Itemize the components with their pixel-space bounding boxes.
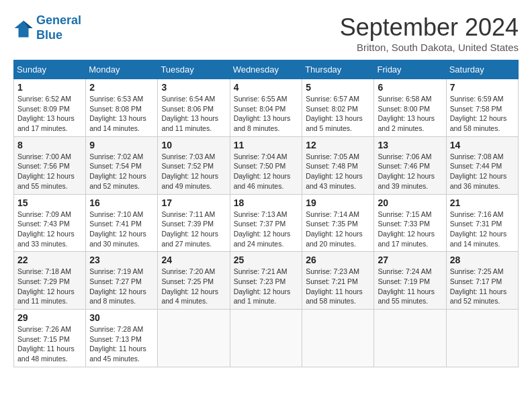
weekday-header-wednesday: Wednesday [230, 60, 302, 79]
day-info: Sunrise: 7:16 AMSunset: 7:31 PMDaylight:… [450, 210, 515, 249]
calendar-cell: 17Sunrise: 7:11 AMSunset: 7:39 PMDayligh… [158, 194, 230, 252]
day-number: 9 [89, 140, 154, 150]
day-info: Sunrise: 7:09 AMSunset: 7:43 PMDaylight:… [17, 210, 82, 249]
day-info: Sunrise: 7:25 AMSunset: 7:17 PMDaylight:… [450, 267, 515, 306]
week-row-3: 15Sunrise: 7:09 AMSunset: 7:43 PMDayligh… [14, 194, 519, 252]
day-number: 5 [306, 82, 370, 93]
calendar-cell: 5Sunrise: 6:57 AMSunset: 8:02 PMDaylight… [302, 79, 374, 137]
title-block: September 2024 Britton, South Dakota, Un… [340, 13, 519, 53]
calendar-cell: 18Sunrise: 7:13 AMSunset: 7:37 PMDayligh… [230, 194, 302, 252]
day-number: 1 [17, 82, 82, 93]
logo: General Blue [13, 13, 81, 42]
weekday-header-friday: Friday [374, 60, 446, 79]
calendar-cell: 28Sunrise: 7:25 AMSunset: 7:17 PMDayligh… [446, 252, 518, 310]
calendar-cell: 25Sunrise: 7:21 AMSunset: 7:23 PMDayligh… [230, 252, 302, 310]
logo-text: General Blue [36, 13, 81, 42]
weekday-header-row: SundayMondayTuesdayWednesdayThursdayFrid… [14, 60, 519, 79]
location: Britton, South Dakota, United States [340, 42, 519, 53]
month-title: September 2024 [340, 13, 519, 42]
day-number: 7 [450, 82, 515, 93]
day-number: 8 [17, 140, 82, 150]
day-number: 19 [306, 197, 370, 208]
day-info: Sunrise: 7:02 AMSunset: 7:54 PMDaylight:… [89, 152, 154, 191]
day-info: Sunrise: 7:05 AMSunset: 7:48 PMDaylight:… [306, 152, 370, 191]
day-number: 16 [89, 197, 154, 208]
calendar-table: SundayMondayTuesdayWednesdayThursdayFrid… [13, 60, 519, 367]
day-info: Sunrise: 7:11 AMSunset: 7:39 PMDaylight:… [161, 210, 226, 249]
calendar-cell: 9Sunrise: 7:02 AMSunset: 7:54 PMDaylight… [86, 136, 158, 194]
day-number: 22 [17, 255, 82, 265]
calendar-cell [230, 310, 302, 367]
day-info: Sunrise: 7:23 AMSunset: 7:21 PMDaylight:… [306, 267, 370, 306]
day-number: 12 [306, 140, 370, 150]
day-number: 10 [161, 140, 226, 150]
day-info: Sunrise: 6:52 AMSunset: 8:09 PMDaylight:… [17, 94, 82, 134]
day-number: 26 [306, 255, 370, 265]
calendar-cell: 4Sunrise: 6:55 AMSunset: 8:04 PMDaylight… [230, 79, 302, 137]
week-row-4: 22Sunrise: 7:18 AMSunset: 7:29 PMDayligh… [14, 252, 519, 310]
logo-line1: General [36, 13, 81, 27]
logo-icon [13, 18, 34, 38]
day-info: Sunrise: 7:10 AMSunset: 7:41 PMDaylight:… [89, 210, 154, 249]
day-info: Sunrise: 6:55 AMSunset: 8:04 PMDaylight:… [234, 94, 299, 134]
calendar-cell: 8Sunrise: 7:00 AMSunset: 7:56 PMDaylight… [14, 136, 86, 194]
day-number: 20 [378, 197, 442, 208]
day-number: 15 [17, 197, 82, 208]
day-info: Sunrise: 7:19 AMSunset: 7:27 PMDaylight:… [89, 267, 154, 306]
calendar-cell: 11Sunrise: 7:04 AMSunset: 7:50 PMDayligh… [230, 136, 302, 194]
day-info: Sunrise: 6:54 AMSunset: 8:06 PMDaylight:… [161, 94, 226, 134]
day-number: 11 [234, 140, 299, 150]
day-info: Sunrise: 7:04 AMSunset: 7:50 PMDaylight:… [234, 152, 299, 191]
day-info: Sunrise: 7:15 AMSunset: 7:33 PMDaylight:… [378, 210, 442, 249]
day-info: Sunrise: 7:14 AMSunset: 7:35 PMDaylight:… [306, 210, 370, 249]
calendar-cell: 7Sunrise: 6:59 AMSunset: 7:58 PMDaylight… [446, 79, 518, 137]
day-info: Sunrise: 7:00 AMSunset: 7:56 PMDaylight:… [17, 152, 82, 191]
page-header: General Blue September 2024 Britton, Sou… [13, 13, 519, 53]
day-number: 17 [161, 197, 226, 208]
week-row-1: 1Sunrise: 6:52 AMSunset: 8:09 PMDaylight… [14, 79, 519, 137]
calendar-cell: 12Sunrise: 7:05 AMSunset: 7:48 PMDayligh… [302, 136, 374, 194]
calendar-cell: 6Sunrise: 6:58 AMSunset: 8:00 PMDaylight… [374, 79, 446, 137]
calendar-cell [374, 310, 446, 367]
day-info: Sunrise: 6:53 AMSunset: 8:08 PMDaylight:… [89, 94, 154, 134]
calendar-cell: 2Sunrise: 6:53 AMSunset: 8:08 PMDaylight… [86, 79, 158, 137]
day-number: 4 [234, 82, 299, 93]
calendar-cell: 19Sunrise: 7:14 AMSunset: 7:35 PMDayligh… [302, 194, 374, 252]
day-info: Sunrise: 6:58 AMSunset: 8:00 PMDaylight:… [378, 94, 442, 134]
calendar-cell: 30Sunrise: 7:28 AMSunset: 7:13 PMDayligh… [86, 310, 158, 367]
day-number: 2 [89, 82, 154, 93]
calendar-cell: 13Sunrise: 7:06 AMSunset: 7:46 PMDayligh… [374, 136, 446, 194]
week-row-5: 29Sunrise: 7:26 AMSunset: 7:15 PMDayligh… [14, 310, 519, 367]
calendar-cell: 27Sunrise: 7:24 AMSunset: 7:19 PMDayligh… [374, 252, 446, 310]
day-number: 21 [450, 197, 515, 208]
day-info: Sunrise: 7:13 AMSunset: 7:37 PMDaylight:… [234, 210, 299, 249]
calendar-cell: 3Sunrise: 6:54 AMSunset: 8:06 PMDaylight… [158, 79, 230, 137]
day-info: Sunrise: 7:24 AMSunset: 7:19 PMDaylight:… [378, 267, 442, 306]
week-row-2: 8Sunrise: 7:00 AMSunset: 7:56 PMDaylight… [14, 136, 519, 194]
calendar-cell: 20Sunrise: 7:15 AMSunset: 7:33 PMDayligh… [374, 194, 446, 252]
day-number: 18 [234, 197, 299, 208]
day-number: 14 [450, 140, 515, 150]
calendar-cell: 29Sunrise: 7:26 AMSunset: 7:15 PMDayligh… [14, 310, 86, 367]
day-info: Sunrise: 7:03 AMSunset: 7:52 PMDaylight:… [161, 152, 226, 191]
day-number: 3 [161, 82, 226, 93]
calendar-cell: 10Sunrise: 7:03 AMSunset: 7:52 PMDayligh… [158, 136, 230, 194]
calendar-cell: 22Sunrise: 7:18 AMSunset: 7:29 PMDayligh… [14, 252, 86, 310]
day-number: 29 [17, 312, 82, 323]
calendar-cell: 21Sunrise: 7:16 AMSunset: 7:31 PMDayligh… [446, 194, 518, 252]
weekday-header-tuesday: Tuesday [158, 60, 230, 79]
day-info: Sunrise: 7:20 AMSunset: 7:25 PMDaylight:… [161, 267, 226, 306]
day-info: Sunrise: 7:26 AMSunset: 7:15 PMDaylight:… [17, 324, 82, 364]
calendar-cell: 26Sunrise: 7:23 AMSunset: 7:21 PMDayligh… [302, 252, 374, 310]
calendar-cell: 23Sunrise: 7:19 AMSunset: 7:27 PMDayligh… [86, 252, 158, 310]
weekday-header-sunday: Sunday [14, 60, 86, 79]
calendar-cell: 14Sunrise: 7:08 AMSunset: 7:44 PMDayligh… [446, 136, 518, 194]
day-number: 24 [161, 255, 226, 265]
day-number: 30 [89, 312, 154, 323]
logo-line2: Blue [36, 28, 62, 42]
day-number: 27 [378, 255, 442, 265]
calendar-cell [158, 310, 230, 367]
weekday-header-thursday: Thursday [302, 60, 374, 79]
calendar-cell [302, 310, 374, 367]
day-number: 25 [234, 255, 299, 265]
